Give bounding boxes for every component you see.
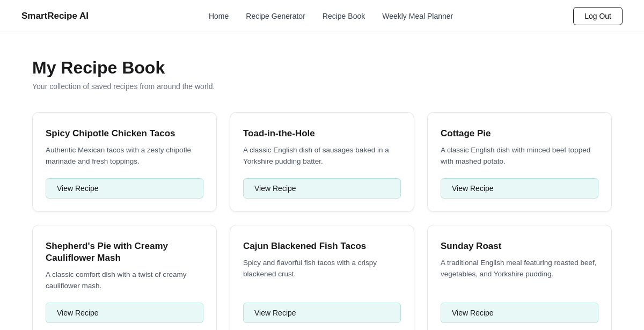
nav-recipe-generator[interactable]: Recipe Generator [246, 12, 305, 20]
recipe-card-0: Spicy Chipotle Chicken Tacos Authentic M… [32, 112, 217, 212]
recipe-desc-3: A classic comfort dish with a twist of c… [46, 269, 203, 292]
recipe-card-2: Cottage Pie A classic English dish with … [427, 112, 612, 212]
nav-home[interactable]: Home [209, 12, 229, 20]
recipe-desc-4: Spicy and flavorful fish tacos with a cr… [243, 258, 401, 292]
view-recipe-button-1[interactable]: View Recipe [243, 178, 401, 199]
view-recipe-button-3[interactable]: View Recipe [46, 303, 203, 323]
recipe-desc-2: A classic English dish with minced beef … [441, 145, 598, 167]
page-subtitle: Your collection of saved recipes from ar… [32, 82, 612, 91]
nav-recipe-book[interactable]: Recipe Book [323, 12, 365, 20]
recipe-grid: Spicy Chipotle Chicken Tacos Authentic M… [32, 112, 612, 330]
nav-meal-planner[interactable]: Weekly Meal Planner [382, 12, 453, 20]
main-nav: Home Recipe Generator Recipe Book Weekly… [209, 12, 453, 20]
view-recipe-button-5[interactable]: View Recipe [441, 303, 598, 323]
view-recipe-button-2[interactable]: View Recipe [441, 178, 598, 199]
recipe-name-0: Spicy Chipotle Chicken Tacos [46, 128, 203, 140]
recipe-desc-0: Authentic Mexican tacos with a zesty chi… [46, 145, 203, 167]
main-content: My Recipe Book Your collection of saved … [0, 32, 644, 330]
recipe-name-2: Cottage Pie [441, 128, 598, 140]
recipe-name-5: Sunday Roast [441, 240, 598, 252]
recipe-card-5: Sunday Roast A traditional English meal … [427, 225, 612, 330]
recipe-desc-5: A traditional English meal featuring roa… [441, 258, 598, 292]
recipe-name-1: Toad-in-the-Hole [243, 128, 401, 140]
recipe-name-4: Cajun Blackened Fish Tacos [243, 240, 401, 252]
view-recipe-button-0[interactable]: View Recipe [46, 178, 203, 199]
recipe-card-4: Cajun Blackened Fish Tacos Spicy and fla… [230, 225, 414, 330]
page-title: My Recipe Book [32, 58, 612, 78]
recipe-card-1: Toad-in-the-Hole A classic English dish … [230, 112, 414, 212]
recipe-desc-1: A classic English dish of sausages baked… [243, 145, 401, 167]
logo: SmartRecipe AI [21, 11, 89, 21]
recipe-name-3: Shepherd's Pie with Creamy Cauliflower M… [46, 240, 203, 264]
view-recipe-button-4[interactable]: View Recipe [243, 303, 401, 323]
logout-button[interactable]: Log Out [573, 7, 623, 25]
header: SmartRecipe AI Home Recipe Generator Rec… [0, 0, 644, 32]
recipe-card-3: Shepherd's Pie with Creamy Cauliflower M… [32, 225, 217, 330]
